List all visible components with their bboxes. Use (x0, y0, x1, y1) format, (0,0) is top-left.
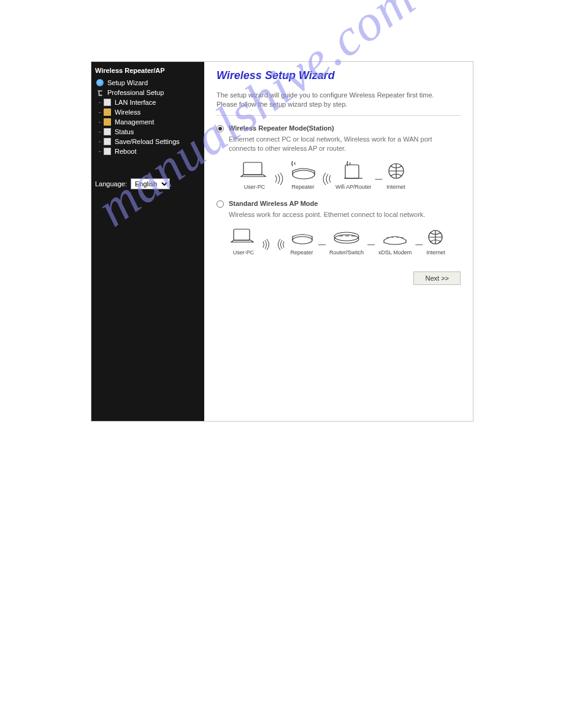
option-title: Standard Wireless AP Mode (229, 200, 318, 207)
nav-label: Management (115, 118, 154, 126)
diagram-label: Repeater (291, 184, 314, 190)
diagram-repeater: Repeater (289, 160, 317, 190)
diagram-label: xDSL Modem (378, 249, 412, 256)
diagram-label: Internet (386, 184, 405, 190)
language-select[interactable]: English (131, 178, 170, 189)
diagram-userpc: User-PC (229, 227, 258, 256)
switch-icon (332, 227, 361, 248)
document-icon (104, 138, 111, 145)
diagram-ap-mode: User-PC Repeater — (216, 223, 461, 265)
diagram-router: Router/Switch (329, 227, 364, 256)
option-ap-mode[interactable]: Standard Wireless AP Mode (216, 200, 461, 208)
intro-line: The setup wizard will guide you to confi… (216, 91, 461, 100)
wifi-icon (262, 233, 272, 256)
sidebar-title: Wireless Repeater/AP (95, 67, 201, 74)
laptop-icon (229, 227, 258, 248)
content-panel: Wireless Setup Wizard The setup wizard w… (204, 62, 473, 421)
intro-line: Please follow the setup wizard step by s… (216, 100, 461, 109)
nav-management[interactable]: Management (102, 118, 201, 126)
internet-icon (426, 227, 445, 248)
diagram-label: User-PC (233, 249, 255, 256)
nav-status[interactable]: Status (102, 128, 201, 135)
nav-lan-interface[interactable]: LAN Interface (102, 99, 201, 106)
document-icon (104, 99, 111, 106)
wifi-icon (274, 168, 285, 190)
nav-reboot[interactable]: Reboot (102, 148, 201, 155)
language-row: Language: English (95, 178, 201, 189)
document-icon (104, 128, 111, 135)
nav-label: Save/Reload Settings (115, 138, 180, 145)
radio-repeater-mode[interactable] (216, 125, 224, 132)
diagram-modem: xDSL Modem (378, 227, 412, 256)
intro-text: The setup wizard will guide you to confi… (216, 91, 461, 116)
diagram-label: Router/Switch (329, 249, 364, 256)
next-button[interactable]: Next >> (413, 271, 461, 285)
folder-icon (104, 118, 111, 126)
connector-line: — (375, 168, 383, 190)
internet-icon (386, 160, 406, 182)
connector-line: — (367, 233, 375, 256)
option-description: Ethernet connect PC or local network, Wi… (216, 135, 461, 153)
repeater-icon (289, 160, 317, 182)
diagram-wifiap: Wifi AP/Router (335, 160, 372, 190)
wifi-icon (275, 233, 285, 256)
nav-label: Setup Wizard (107, 79, 148, 86)
connector-line: — (318, 233, 326, 256)
nav-professional-setup[interactable]: Professional Setup (95, 89, 201, 96)
repeater-icon (289, 227, 315, 248)
diagram-repeater-mode: User-PC Repeater (216, 156, 461, 200)
nav-sublist: LAN Interface Wireless Management Status… (95, 99, 201, 155)
nav-label: Reboot (115, 148, 136, 155)
nav-label: Professional Setup (107, 89, 164, 96)
nav-wireless[interactable]: Wireless (102, 108, 201, 116)
nav-setup-wizard[interactable]: Setup Wizard (95, 79, 201, 86)
option-description: Wireless work for access point. Ethernet… (216, 210, 461, 219)
page-title: Wireless Setup Wizard (216, 69, 461, 82)
diagram-label: Repeater (290, 249, 313, 256)
nav-label: Status (115, 128, 134, 135)
connector-line: — (415, 233, 423, 256)
app-frame: Wireless Repeater/AP Setup Wizard Profes… (91, 61, 473, 422)
nav-label: Wireless (115, 108, 140, 116)
wifi-icon (321, 168, 332, 190)
folder-icon (104, 108, 111, 116)
svg-point-7 (334, 232, 359, 241)
svg-rect-2 (345, 165, 359, 178)
option-repeater-mode[interactable]: Wireless Repeater Mode(Station) (216, 124, 461, 132)
svg-point-1 (293, 170, 315, 179)
laptop-icon (239, 160, 270, 182)
nav-label: LAN Interface (115, 99, 156, 106)
button-row: Next >> (216, 271, 461, 285)
svg-point-5 (293, 237, 312, 244)
language-label: Language: (95, 180, 127, 188)
router-icon (339, 160, 367, 182)
sidebar: Wireless Repeater/AP Setup Wizard Profes… (91, 62, 204, 421)
diagram-label: Internet (426, 249, 445, 256)
document-icon (104, 148, 111, 155)
radio-ap-mode[interactable] (216, 200, 224, 208)
diagram-userpc: User-PC (239, 160, 270, 190)
diagram-label: Wifi AP/Router (335, 184, 372, 190)
diagram-internet: Internet (426, 227, 445, 256)
globe-icon (96, 79, 104, 86)
diagram-repeater: Repeater (289, 227, 315, 256)
tree-icon (96, 89, 104, 96)
diagram-internet: Internet (386, 160, 406, 190)
nav-save-reload[interactable]: Save/Reload Settings (102, 138, 201, 145)
svg-rect-0 (243, 162, 262, 175)
modem-icon (380, 227, 410, 248)
svg-rect-4 (234, 229, 250, 240)
diagram-label: User-PC (244, 184, 266, 190)
option-title: Wireless Repeater Mode(Station) (229, 124, 334, 132)
